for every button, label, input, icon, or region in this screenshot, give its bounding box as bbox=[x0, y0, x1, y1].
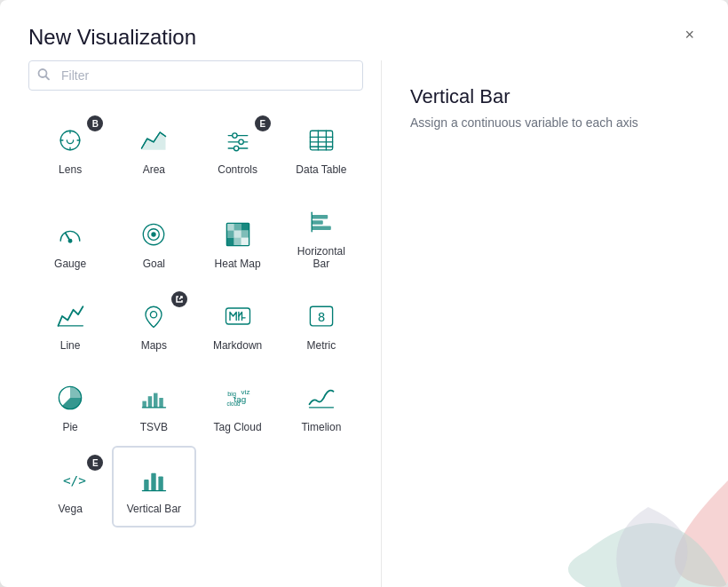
svg-text:</>: </> bbox=[63, 473, 86, 488]
right-panel: Vertical Bar Assign a continuous variabl… bbox=[382, 60, 728, 587]
svg-text:cloud: cloud bbox=[226, 401, 241, 407]
decorative-graphic bbox=[533, 392, 728, 587]
viz-item-line[interactable]: Line bbox=[28, 282, 112, 364]
svg-rect-32 bbox=[312, 220, 323, 225]
goal-icon bbox=[136, 217, 171, 252]
viz-item-goal[interactable]: Goal bbox=[112, 188, 195, 282]
filter-wrap bbox=[28, 60, 363, 91]
viz-item-heat-map[interactable]: Heat Map bbox=[196, 188, 280, 282]
svg-rect-25 bbox=[233, 231, 241, 238]
svg-point-19 bbox=[152, 232, 156, 236]
svg-text:viz: viz bbox=[241, 388, 249, 396]
badge-vega: E bbox=[87, 455, 103, 471]
viz-item-timelion[interactable]: Timelion bbox=[280, 364, 363, 446]
viz-label-goal: Goal bbox=[143, 258, 165, 270]
search-icon bbox=[37, 68, 50, 83]
svg-point-36 bbox=[151, 312, 157, 318]
svg-rect-54 bbox=[152, 473, 156, 491]
viz-label-pie: Pie bbox=[62, 421, 77, 433]
viz-item-horizontal-bar[interactable]: Horizontal Bar bbox=[280, 188, 363, 282]
markdown-icon bbox=[220, 298, 256, 334]
svg-line-1 bbox=[46, 76, 50, 80]
svg-rect-43 bbox=[148, 396, 153, 408]
data-table-icon bbox=[304, 123, 339, 158]
left-panel: BLensAreaEControlsData TableGaugeGoalHea… bbox=[0, 60, 382, 587]
viz-label-area: Area bbox=[143, 163, 165, 176]
modal-header: New Visualization × bbox=[0, 0, 728, 60]
lens-icon bbox=[52, 123, 88, 158]
timelion-icon bbox=[304, 380, 339, 416]
right-panel-title: Vertical Bar bbox=[410, 85, 700, 108]
viz-label-line: Line bbox=[60, 339, 81, 352]
svg-point-7 bbox=[239, 139, 243, 144]
viz-item-lens[interactable]: BLens bbox=[28, 107, 112, 188]
viz-item-metric[interactable]: 8Metric bbox=[280, 282, 363, 364]
area-icon bbox=[136, 123, 171, 158]
svg-rect-24 bbox=[226, 231, 233, 238]
viz-item-markdown[interactable]: Markdown bbox=[196, 282, 280, 364]
close-button[interactable]: × bbox=[679, 25, 700, 44]
pie-icon bbox=[52, 380, 88, 416]
viz-label-vertical-bar: Vertical Bar bbox=[127, 503, 181, 515]
svg-point-8 bbox=[233, 146, 238, 150]
viz-item-vega[interactable]: E</>Vega bbox=[28, 446, 112, 528]
metric-icon: 8 bbox=[304, 298, 339, 334]
new-visualization-modal: New Visualization × BLensAreaEControlsDa… bbox=[0, 0, 728, 587]
svg-line-35 bbox=[179, 297, 182, 299]
tsvb-icon bbox=[136, 380, 171, 416]
viz-label-metric: Metric bbox=[307, 339, 336, 352]
maps-icon bbox=[136, 298, 171, 334]
viz-label-lens: Lens bbox=[59, 163, 82, 176]
badge-controls: E bbox=[255, 115, 271, 131]
viz-label-controls: Controls bbox=[218, 163, 257, 176]
viz-label-data-table: Data Table bbox=[296, 163, 346, 176]
badge-lens: B bbox=[87, 115, 103, 131]
viz-label-tag-cloud: Tag Cloud bbox=[214, 421, 262, 433]
controls-icon bbox=[220, 123, 256, 158]
viz-label-maps: Maps bbox=[141, 339, 167, 352]
viz-item-area[interactable]: Area bbox=[112, 107, 195, 188]
viz-item-tsvb[interactable]: TSVB bbox=[112, 364, 195, 446]
viz-label-horizontal-bar: Horizontal Bar bbox=[289, 245, 354, 270]
viz-item-gauge[interactable]: Gauge bbox=[28, 188, 112, 282]
svg-rect-23 bbox=[241, 223, 249, 230]
viz-item-vertical-bar[interactable]: Vertical Bar bbox=[112, 446, 195, 528]
viz-item-data-table[interactable]: Data Table bbox=[280, 107, 363, 188]
svg-rect-33 bbox=[312, 226, 331, 231]
svg-rect-27 bbox=[226, 238, 233, 246]
viz-label-gauge: Gauge bbox=[54, 258, 86, 270]
svg-rect-21 bbox=[226, 223, 233, 230]
heat-map-icon bbox=[220, 217, 256, 252]
badge-maps bbox=[171, 291, 187, 307]
viz-label-vega: Vega bbox=[58, 503, 82, 515]
filter-input[interactable] bbox=[28, 60, 363, 91]
svg-rect-44 bbox=[154, 393, 158, 408]
svg-text:8: 8 bbox=[318, 310, 326, 324]
svg-rect-42 bbox=[143, 401, 147, 408]
viz-label-timelion: Timelion bbox=[301, 421, 341, 433]
gauge-icon bbox=[52, 217, 88, 252]
svg-rect-26 bbox=[241, 231, 249, 238]
viz-item-tag-cloud[interactable]: bigtagcloudvizTag Cloud bbox=[196, 364, 280, 446]
viz-item-maps[interactable]: Maps bbox=[112, 282, 195, 364]
modal-title: New Visualization bbox=[28, 25, 196, 50]
vega-icon: </> bbox=[52, 462, 88, 497]
svg-rect-31 bbox=[312, 215, 328, 219]
tag-cloud-icon: bigtagcloudviz bbox=[220, 380, 256, 416]
line-icon bbox=[52, 298, 88, 334]
viz-item-controls[interactable]: EControls bbox=[196, 107, 280, 188]
svg-rect-28 bbox=[233, 238, 241, 246]
svg-rect-55 bbox=[159, 476, 163, 490]
right-panel-description: Assign a continuous variable to each axi… bbox=[410, 115, 700, 130]
horizontal-bar-icon bbox=[304, 204, 339, 240]
viz-label-markdown: Markdown bbox=[213, 339, 262, 352]
viz-label-heat-map: Heat Map bbox=[215, 258, 261, 270]
viz-grid: BLensAreaEControlsData TableGaugeGoalHea… bbox=[28, 107, 363, 528]
svg-rect-45 bbox=[160, 398, 164, 408]
vertical-bar-icon bbox=[136, 462, 171, 497]
viz-label-tsvb: TSVB bbox=[140, 421, 168, 433]
viz-item-pie[interactable]: Pie bbox=[28, 364, 112, 446]
modal-body: BLensAreaEControlsData TableGaugeGoalHea… bbox=[0, 60, 728, 587]
svg-rect-53 bbox=[145, 480, 149, 491]
svg-point-16 bbox=[68, 239, 72, 242]
